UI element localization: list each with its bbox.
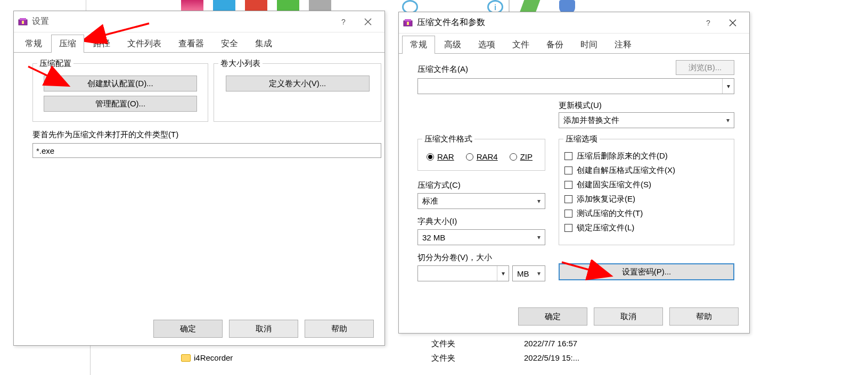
options-group-label: 压缩选项 bbox=[563, 134, 600, 144]
archive-dialog-title: 压缩文件名和参数 bbox=[417, 17, 696, 28]
option-test[interactable]: 测试压缩的文件(T) bbox=[564, 209, 728, 219]
option-recovery[interactable]: 添加恢复记录(E) bbox=[564, 194, 728, 204]
file-row[interactable]: 文件夹 bbox=[431, 353, 455, 363]
tab-options[interactable]: 选项 bbox=[470, 36, 503, 54]
settings-title: 设置 bbox=[32, 16, 331, 27]
chevron-down-icon: ▾ bbox=[537, 197, 541, 205]
update-mode-value: 添加并替换文件 bbox=[563, 115, 619, 126]
tab-security[interactable]: 安全 bbox=[213, 35, 246, 53]
chevron-down-icon[interactable]: ▾ bbox=[497, 266, 509, 281]
compression-method-label: 压缩方式(C) bbox=[417, 180, 461, 190]
tab-general[interactable]: 常规 bbox=[17, 35, 50, 53]
cancel-button[interactable]: 取消 bbox=[229, 320, 298, 338]
tab-comment[interactable]: 注释 bbox=[607, 36, 640, 54]
svg-rect-2 bbox=[22, 21, 24, 24]
file-row-date: 2022/5/19 15:... bbox=[524, 353, 579, 362]
manage-config-button[interactable]: 管理配置(O)... bbox=[44, 96, 197, 112]
close-button[interactable] bbox=[720, 14, 745, 31]
compression-method-select[interactable]: 标准 ▾ bbox=[417, 193, 545, 209]
winrar-icon bbox=[18, 17, 28, 27]
toolbar-icon[interactable] bbox=[520, 0, 541, 13]
file-row-name: 文件夹 bbox=[431, 353, 455, 363]
option-sfx[interactable]: 创建自解压格式压缩文件(X) bbox=[564, 165, 728, 176]
tab-general[interactable]: 常规 bbox=[402, 36, 435, 54]
option-lock[interactable]: 锁定压缩文件(L) bbox=[564, 223, 728, 233]
compression-method-value: 标准 bbox=[422, 196, 438, 206]
chevron-down-icon: ▾ bbox=[537, 270, 541, 277]
chevron-down-icon[interactable]: ▾ bbox=[722, 79, 734, 94]
split-volume-unit-select[interactable]: MB ▾ bbox=[512, 265, 545, 281]
archive-name-label: 压缩文件名(A) bbox=[417, 64, 468, 74]
help-footer-button[interactable]: 帮助 bbox=[669, 307, 739, 326]
dictionary-size-value: 32 MB bbox=[422, 233, 445, 242]
volume-size-group-label: 卷大小列表 bbox=[218, 59, 263, 69]
winrar-icon bbox=[403, 18, 413, 28]
dictionary-size-label: 字典大小(I) bbox=[417, 216, 457, 227]
split-volume-label: 切分为分卷(V)，大小 bbox=[417, 253, 492, 263]
folder-name: i4Recorder bbox=[194, 353, 233, 362]
cancel-button[interactable]: 取消 bbox=[594, 307, 663, 326]
open-as-archive-label: 要首先作为压缩文件来打开的文件类型(T) bbox=[32, 130, 178, 140]
ok-button[interactable]: 确定 bbox=[153, 320, 223, 338]
update-mode-label: 更新模式(U) bbox=[559, 101, 602, 111]
tab-viewer[interactable]: 查看器 bbox=[170, 35, 212, 53]
tab-backup[interactable]: 备份 bbox=[538, 36, 571, 54]
define-volume-size-button[interactable]: 定义卷大小(V)... bbox=[226, 76, 370, 91]
update-mode-select[interactable]: 添加并替换文件 ▾ bbox=[559, 112, 734, 128]
chevron-down-icon: ▾ bbox=[726, 116, 730, 124]
tab-filelist[interactable]: 文件列表 bbox=[119, 35, 169, 53]
folder-item[interactable]: i4Recorder bbox=[181, 353, 233, 362]
chevron-down-icon: ▾ bbox=[537, 234, 541, 241]
dictionary-size-select[interactable]: 32 MB ▾ bbox=[417, 229, 545, 245]
tab-integration[interactable]: 集成 bbox=[247, 35, 280, 53]
close-button[interactable] bbox=[356, 13, 380, 30]
format-radio-zip[interactable]: ZIP bbox=[510, 152, 533, 161]
file-row-date: 2022/7/7 16:57 bbox=[524, 339, 577, 348]
format-radio-rar4[interactable]: RAR4 bbox=[466, 152, 498, 161]
tab-time[interactable]: 时间 bbox=[572, 36, 605, 54]
compress-config-group-label: 压缩配置 bbox=[37, 59, 73, 69]
help-button[interactable]: ? bbox=[696, 14, 720, 31]
help-button[interactable]: ? bbox=[331, 13, 356, 30]
archive-name-input[interactable]: ▾ bbox=[417, 78, 734, 94]
browse-button[interactable]: 浏览(B)... bbox=[676, 60, 734, 75]
ok-button[interactable]: 确定 bbox=[518, 307, 587, 326]
tab-paths[interactable]: 路径 bbox=[85, 35, 118, 53]
option-solid[interactable]: 创建固实压缩文件(S) bbox=[564, 180, 728, 190]
svg-rect-1 bbox=[20, 18, 26, 20]
tab-files[interactable]: 文件 bbox=[504, 36, 537, 54]
format-group-label: 压缩文件格式 bbox=[422, 134, 474, 144]
help-footer-button[interactable]: 帮助 bbox=[305, 320, 374, 338]
tab-compression[interactable]: 压缩 bbox=[51, 35, 84, 53]
folder-icon bbox=[181, 354, 191, 362]
tab-advanced[interactable]: 高级 bbox=[436, 36, 469, 54]
split-volume-input[interactable]: ▾ bbox=[417, 265, 509, 281]
option-delete-after[interactable]: 压缩后删除原来的文件(D) bbox=[564, 151, 728, 161]
file-row-name: 文件夹 bbox=[431, 339, 455, 349]
open-as-archive-input[interactable]: *.exe bbox=[32, 143, 381, 158]
format-radio-rar[interactable]: RAR bbox=[427, 152, 454, 161]
set-password-button[interactable]: 设置密码(P)... bbox=[559, 263, 734, 280]
create-default-config-button[interactable]: 创建默认配置(D)... bbox=[44, 76, 197, 91]
svg-rect-7 bbox=[407, 22, 409, 25]
svg-rect-6 bbox=[405, 19, 411, 21]
file-row[interactable]: 文件夹 bbox=[431, 339, 455, 349]
